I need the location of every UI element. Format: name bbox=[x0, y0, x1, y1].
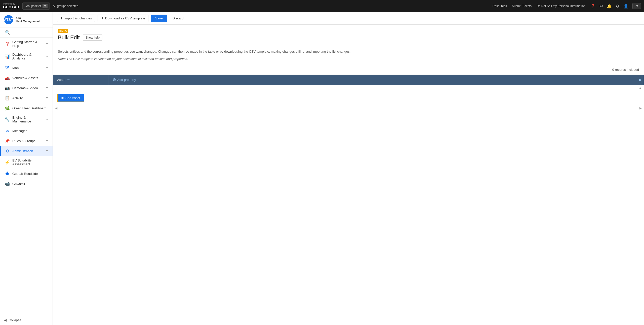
topbar-right: Resources Submit Tickets Do Not Sell My … bbox=[493, 3, 641, 9]
vehicles-icon: 🚗 bbox=[5, 75, 10, 80]
chevron-down-icon: ▼ bbox=[46, 96, 49, 100]
user-icon[interactable]: 👤 bbox=[623, 4, 628, 9]
sidebar-item-geotab-roadside[interactable]: 🛣 Geotab Roadside bbox=[0, 169, 53, 179]
groups-filter-button[interactable]: Groups filter ▼ bbox=[22, 3, 50, 10]
sidebar-item-dashboard[interactable]: 📊 Dashboard & Analytics ▼ bbox=[0, 50, 53, 63]
powered-by-logo: Powered by GEOTAB bbox=[3, 3, 19, 9]
add-property-column[interactable]: ⊕ Add property bbox=[108, 75, 637, 85]
scroll-left-icon[interactable]: ◀ bbox=[55, 106, 57, 110]
sidebar-item-map[interactable]: 🗺 Map ▼ bbox=[0, 63, 53, 73]
asset-column-header: Asset ✏ bbox=[53, 75, 108, 85]
chevron-down-icon: ▼ bbox=[46, 66, 49, 70]
collapse-label: Collapse bbox=[9, 318, 21, 322]
search-icon[interactable]: 🔍 bbox=[4, 29, 11, 36]
sidebar-item-getting-started[interactable]: ❓ Getting Started & Help ▼ bbox=[0, 38, 53, 50]
table-top-scroll: ▲ bbox=[53, 85, 644, 91]
collapse-button[interactable]: ◀ Collapse bbox=[0, 315, 53, 325]
sidebar-search-area: 🔍 bbox=[0, 27, 53, 38]
chevron-down-icon: ▼ bbox=[46, 149, 49, 153]
groups-filter-chevron: ▼ bbox=[43, 4, 48, 8]
chevron-down-icon: ▼ bbox=[46, 42, 49, 46]
asset-edit-icon[interactable]: ✏ bbox=[67, 78, 70, 82]
download-csv-button[interactable]: ⬇ Download as CSV template bbox=[98, 15, 148, 22]
sidebar-item-vehicles[interactable]: 🚗 Vehicles & Assets bbox=[0, 73, 53, 83]
description-text-2: Note: The CSV template is based off of y… bbox=[58, 56, 639, 62]
import-icon: ⬆ bbox=[60, 16, 63, 20]
page-content: BETA Bulk Edit Show help Selects entitie… bbox=[53, 25, 644, 325]
groups-filter-label: Groups filter bbox=[25, 4, 41, 8]
sidebar-item-administration[interactable]: ⚙ Administration ▼ bbox=[0, 146, 53, 156]
dashboard-icon: 📊 bbox=[5, 54, 10, 59]
gocam-icon: 📹 bbox=[5, 181, 10, 186]
page-title-row: Bulk Edit Show help bbox=[58, 34, 639, 41]
do-not-sell-link[interactable]: Do Not Sell My Personal Information bbox=[537, 4, 585, 8]
mail-icon[interactable]: ✉ bbox=[599, 4, 603, 9]
sidebar-logo: AT&T AT&T Fleet Management bbox=[0, 12, 53, 27]
collapse-chevron-icon: ◀ bbox=[4, 318, 7, 322]
content-area: ⬆ Import list changes ⬇ Download as CSV … bbox=[53, 12, 644, 325]
sidebar-item-gocam[interactable]: 📹 GoCam+ bbox=[0, 179, 53, 189]
user-chevron-icon: ▼ bbox=[636, 4, 639, 8]
getting-started-icon: ❓ bbox=[5, 41, 10, 46]
add-asset-plus-icon: ⊕ bbox=[61, 96, 64, 100]
chevron-down-icon: ▼ bbox=[46, 55, 49, 58]
resources-link[interactable]: Resources bbox=[493, 4, 507, 8]
chevron-down-icon: ▼ bbox=[46, 139, 49, 143]
page-title: Bulk Edit bbox=[58, 34, 80, 41]
sidebar-item-ev-suitability[interactable]: ⚡ EV Suitability Assessment bbox=[0, 156, 53, 169]
submit-tickets-link[interactable]: Submit Tickets bbox=[512, 4, 532, 8]
action-toolbar: ⬆ Import list changes ⬇ Download as CSV … bbox=[53, 12, 644, 25]
rules-groups-icon: 📌 bbox=[5, 138, 10, 143]
discard-button[interactable]: Discard bbox=[170, 15, 187, 22]
table-area: Asset ✏ ⊕ Add property ▶ ▲ bbox=[53, 75, 644, 111]
scroll-right-footer-icon[interactable]: ▶ bbox=[639, 106, 642, 110]
page-header: BETA Bulk Edit Show help bbox=[53, 25, 644, 45]
add-property-label: Add property bbox=[117, 78, 136, 82]
help-icon[interactable]: ❓ bbox=[590, 4, 595, 9]
description-area: Selects entities and the corresponding p… bbox=[53, 45, 644, 68]
chevron-down-icon: ▼ bbox=[46, 118, 49, 121]
table-body: ⊕ Add Asset bbox=[53, 91, 644, 105]
logo-text: AT&T Fleet Management bbox=[16, 16, 40, 23]
sidebar: AT&T AT&T Fleet Management 🔍 ❓ Getting S… bbox=[0, 12, 53, 325]
cameras-icon: 📷 bbox=[5, 85, 10, 90]
green-fleet-icon: 🌿 bbox=[5, 106, 10, 111]
sidebar-item-activity[interactable]: 📋 Activity ▼ bbox=[0, 93, 53, 103]
scroll-up-icon[interactable]: ▲ bbox=[639, 86, 642, 90]
engine-icon: 🔧 bbox=[5, 117, 10, 122]
add-asset-button[interactable]: ⊕ Add Asset bbox=[57, 94, 84, 102]
sidebar-item-green-fleet[interactable]: 🌿 Green Fleet Dashboard bbox=[0, 103, 53, 113]
asset-column-label: Asset bbox=[57, 78, 65, 82]
add-property-plus-icon: ⊕ bbox=[112, 77, 116, 82]
sidebar-item-engine[interactable]: 🔧 Engine & Maintenance ▼ bbox=[0, 113, 53, 126]
messages-icon: ✉ bbox=[5, 128, 10, 133]
topbar: Powered by GEOTAB Groups filter ▼ All gr… bbox=[0, 0, 644, 12]
beta-badge: BETA bbox=[58, 29, 68, 33]
sidebar-item-messages[interactable]: ✉ Messages bbox=[0, 126, 53, 136]
sidebar-item-rules-groups[interactable]: 📌 Rules & Groups ▼ bbox=[0, 136, 53, 146]
main-layout: AT&T AT&T Fleet Management 🔍 ❓ Getting S… bbox=[0, 12, 644, 325]
ev-suitability-icon: ⚡ bbox=[5, 160, 10, 165]
show-help-button[interactable]: Show help bbox=[83, 35, 102, 41]
chevron-down-icon: ▼ bbox=[46, 86, 49, 90]
activity-icon: 📋 bbox=[5, 95, 10, 101]
settings-icon[interactable]: ⚙ bbox=[616, 4, 619, 9]
save-button[interactable]: Save bbox=[151, 15, 167, 22]
records-count: 0 records included bbox=[53, 68, 644, 75]
topbar-left: Powered by GEOTAB Groups filter ▼ All gr… bbox=[3, 3, 78, 10]
map-icon: 🗺 bbox=[5, 65, 10, 70]
geotab-roadside-icon: 🛣 bbox=[5, 171, 10, 176]
att-logo-icon: AT&T bbox=[4, 15, 13, 24]
table-footer: ◀ ▶ bbox=[53, 105, 644, 111]
topbar-icons: ❓ ✉ 🔔 ⚙ 👤 ▼ bbox=[590, 3, 641, 9]
user-dropdown-button[interactable]: ▼ bbox=[632, 3, 641, 9]
description-text-1: Selects entities and the corresponding p… bbox=[58, 49, 639, 54]
download-icon: ⬇ bbox=[101, 16, 104, 20]
sidebar-item-cameras[interactable]: 📷 Cameras & Video ▼ bbox=[0, 83, 53, 93]
table-header: Asset ✏ ⊕ Add property ▶ bbox=[53, 75, 644, 85]
bell-icon[interactable]: 🔔 bbox=[607, 4, 612, 9]
table-scroll-right[interactable]: ▶ bbox=[637, 75, 644, 85]
sidebar-nav: ❓ Getting Started & Help ▼ 📊 Dashboard &… bbox=[0, 38, 53, 315]
import-list-changes-button[interactable]: ⬆ Import list changes bbox=[57, 15, 95, 22]
scroll-right-icon: ▶ bbox=[639, 78, 642, 82]
